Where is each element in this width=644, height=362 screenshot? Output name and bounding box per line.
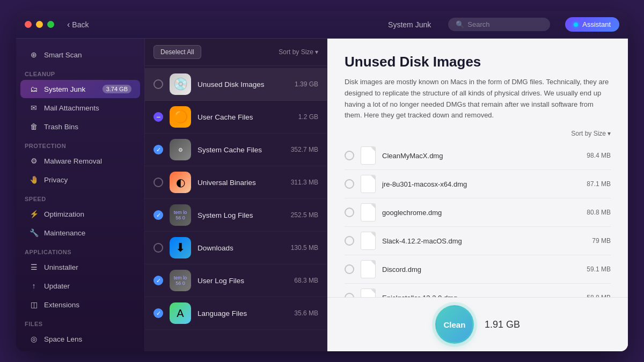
sidebar-item-updater[interactable]: ↑ Updater (20, 277, 140, 295)
file-checkbox[interactable] (345, 293, 354, 297)
middle-sort-button[interactable]: Sort by Size ▾ (279, 48, 318, 56)
item-size: 252.5 MB (291, 211, 318, 219)
item-checkbox-downloads[interactable] (153, 243, 163, 253)
sidebar-item-trash-bins[interactable]: 🗑 Trash Bins (20, 117, 140, 136)
sidebar: ⊕ Smart Scan Cleanup 🗂 System Junk 3.74 … (16, 39, 145, 351)
file-checkbox[interactable] (345, 264, 354, 274)
list-item[interactable]: tem lo56 0 System Log Files 252.5 MB (145, 199, 327, 232)
filesize: 98.4 MB (587, 152, 611, 159)
detail-file-row[interactable]: Discord.dmg 59.1 MB (345, 255, 611, 284)
item-name: Universal Binaries (197, 179, 256, 187)
sidebar-item-large-old-files[interactable]: ⬜ Large & Old Files (20, 349, 140, 351)
file-checkbox[interactable] (345, 208, 354, 217)
close-button[interactable] (25, 21, 32, 28)
middle-list: 💿 Unused Disk Images 1.39 GB 🟠 User Cach… (145, 66, 327, 351)
item-size: 1.2 GB (298, 113, 318, 121)
item-checkbox-sys-cache[interactable] (153, 145, 163, 154)
sidebar-item-optimization[interactable]: ⚡ Optimization (20, 205, 140, 223)
universal-binaries-icon: ◐ (170, 172, 191, 193)
back-label: Back (72, 20, 89, 29)
item-checkbox-userlog[interactable] (153, 276, 163, 285)
filesize: 87.1 MB (587, 180, 611, 188)
item-checkbox-user-cache[interactable] (153, 112, 163, 122)
uninstaller-icon: ☰ (29, 262, 39, 272)
list-item[interactable]: ⚙ System Cache Files 352.7 MB (145, 134, 327, 166)
search-bar[interactable]: 🔍 (448, 18, 550, 31)
smart-scan-icon: ⊕ (29, 50, 39, 60)
detail-sort-button[interactable]: Sort by Size ▾ (571, 130, 611, 137)
space-lens-label: Space Lens (44, 335, 82, 343)
list-item[interactable]: 💿 Unused Disk Images 1.39 GB (145, 68, 327, 101)
detail-sort-chevron-icon: ▾ (608, 130, 611, 137)
list-item[interactable]: tem lo56 0 User Log Files 68.3 MB (145, 264, 327, 297)
item-size: 35.6 MB (294, 309, 318, 317)
item-checkbox-unused-disk[interactable] (153, 79, 163, 89)
maximize-button[interactable] (47, 21, 54, 28)
file-checkbox[interactable] (345, 151, 354, 160)
sidebar-item-smart-scan[interactable]: ⊕ Smart Scan (20, 46, 140, 64)
trash-bins-label: Trash Bins (44, 123, 78, 131)
search-input[interactable] (467, 20, 543, 28)
item-checkbox-syslog[interactable] (153, 210, 163, 220)
section-label-files: Files (16, 314, 144, 329)
optimization-label: Optimization (44, 210, 84, 218)
section-label-cleanup: Cleanup (16, 64, 144, 79)
clean-button[interactable]: Clean (435, 305, 474, 344)
filename: googlechrome.dmg (382, 209, 580, 217)
assistant-button[interactable]: Assistant (565, 17, 619, 32)
file-checkbox[interactable] (345, 179, 354, 189)
detail-file-row[interactable]: googlechrome.dmg 80.8 MB (345, 198, 611, 227)
filename: Discord.dmg (382, 265, 580, 274)
filesize: 59.1 MB (587, 265, 611, 273)
file-icon (361, 260, 376, 278)
assistant-indicator (574, 23, 578, 27)
detail-content: Unused Disk Images Disk images are mostl… (327, 39, 628, 297)
item-name: System Log Files (197, 211, 253, 219)
space-lens-icon: ◎ (29, 334, 39, 344)
traffic-lights (25, 21, 54, 28)
sidebar-item-maintenance[interactable]: 🔧 Maintenance (20, 224, 140, 242)
sidebar-item-privacy[interactable]: 🤚 Privacy (20, 171, 140, 189)
item-name: Language Files (197, 309, 247, 317)
minimize-button[interactable] (36, 21, 43, 28)
middle-sort-chevron-icon: ▾ (315, 48, 318, 56)
list-item[interactable]: 🟠 User Cache Files 1.2 GB (145, 101, 327, 134)
item-name: Unused Disk Images (197, 80, 265, 88)
item-name: System Cache Files (197, 146, 262, 154)
item-checkbox-universal[interactable] (153, 178, 163, 187)
sidebar-item-extensions[interactable]: ◫ Extensions (20, 295, 140, 314)
language-icon: A (170, 302, 191, 324)
file-checkbox[interactable] (345, 236, 354, 246)
sidebar-item-uninstaller[interactable]: ☰ Uninstaller (20, 258, 140, 276)
item-size: 130.5 MB (291, 244, 318, 252)
system-junk-icon: 🗂 (29, 84, 39, 94)
list-item[interactable]: A Language Files 35.6 MB (145, 297, 327, 330)
sidebar-item-system-junk[interactable]: 🗂 System Junk 3.74 GB (20, 80, 140, 98)
back-button[interactable]: ‹ Back (63, 18, 93, 32)
detail-file-row[interactable]: Slack-4.12.2-macOS.dmg 79 MB (345, 227, 611, 255)
filename: jre-8u301-macosx-x64.dmg (382, 180, 580, 188)
item-name: User Cache Files (197, 113, 253, 121)
deselect-all-button[interactable]: Deselect All (153, 45, 201, 59)
item-size: 68.3 MB (294, 277, 318, 284)
sidebar-item-space-lens[interactable]: ◎ Space Lens (20, 330, 140, 348)
main-area: ⊕ Smart Scan Cleanup 🗂 System Junk 3.74 … (16, 39, 628, 351)
item-checkbox-language[interactable] (153, 308, 163, 318)
detail-file-row[interactable]: jre-8u301-macosx-x64.dmg 87.1 MB (345, 170, 611, 198)
sidebar-system-junk-label: System Junk (44, 85, 85, 93)
sidebar-item-malware-removal[interactable]: ⚙ Malware Removal (20, 152, 140, 170)
detail-title: Unused Disk Images (345, 54, 611, 70)
extensions-label: Extensions (44, 301, 79, 309)
detail-file-row[interactable]: EpicInstaller-13.3.0.dmg 58.8 MB (345, 284, 611, 297)
mail-icon: ✉ (29, 103, 39, 113)
list-item[interactable]: ⬇ Downloads 130.5 MB (145, 232, 327, 264)
detail-file-row[interactable]: CleanMyMacX.dmg 98.4 MB (345, 142, 611, 170)
assistant-label: Assistant (582, 20, 611, 28)
section-label-applications: Applications (16, 242, 144, 257)
list-item[interactable]: ◐ Universal Binaries 311.3 MB (145, 166, 327, 199)
trash-icon: 🗑 (29, 122, 39, 131)
file-icon (361, 146, 376, 165)
malware-removal-label: Malware Removal (44, 157, 102, 165)
back-chevron-icon: ‹ (67, 20, 70, 29)
sidebar-item-mail-attachments[interactable]: ✉ Mail Attachments (20, 99, 140, 117)
